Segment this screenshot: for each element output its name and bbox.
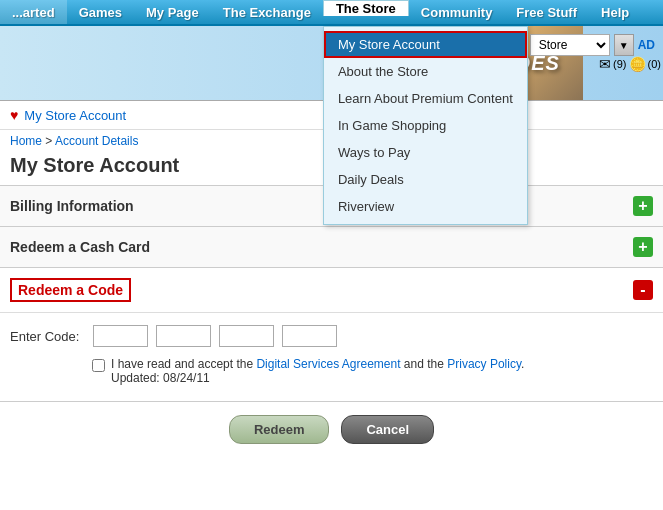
dropdown-riverview[interactable]: Riverview [324, 193, 527, 220]
redeem-code-title: Redeem a Code [10, 278, 131, 302]
code-input-3[interactable] [219, 325, 274, 347]
store-dropdown-menu: My Store Account About the Store Learn A… [323, 26, 528, 225]
nav-freestuff[interactable]: Free Stuff [504, 0, 589, 24]
dropdown-learn-premium[interactable]: Learn About Premium Content [324, 85, 527, 112]
terms-text: I have read and accept the Digital Servi… [111, 357, 524, 385]
terms-text-before: I have read and accept the [111, 357, 256, 371]
digital-services-link[interactable]: Digital Services Agreement [256, 357, 400, 371]
nav-games[interactable]: Games [67, 0, 134, 24]
banner-icons: ✉ (9) 🪙 (0) [599, 56, 661, 72]
coin-icon[interactable]: 🪙 [629, 56, 646, 72]
nav-exchange[interactable]: The Exchange [211, 0, 323, 24]
banner-search-area: Store ▼ AD [530, 34, 663, 56]
coin-count: (0) [648, 58, 661, 70]
terms-text-after: . [521, 357, 524, 371]
nav-store-wrapper: The Store My Store Account About the Sto… [323, 0, 409, 24]
code-input-row: Enter Code: [10, 325, 653, 347]
dropdown-ways-to-pay[interactable]: Ways to Pay [324, 139, 527, 166]
redeem-button[interactable]: Redeem [229, 415, 330, 444]
nav-store[interactable]: The Store [323, 0, 409, 16]
banner-ad-label: AD [638, 38, 655, 52]
billing-title: Billing Information [10, 198, 134, 214]
code-input-1[interactable] [93, 325, 148, 347]
my-store-account-link[interactable]: My Store Account [24, 108, 126, 123]
nav-community[interactable]: Community [409, 0, 505, 24]
redeem-code-toggle[interactable]: - [633, 280, 653, 300]
code-input-2[interactable] [156, 325, 211, 347]
redeem-code-content: Enter Code: I have read and accept the D… [0, 312, 663, 401]
dropdown-my-store-account[interactable]: My Store Account [324, 31, 527, 58]
nav-started[interactable]: ...arted [0, 0, 67, 24]
cash-card-toggle[interactable]: + [633, 237, 653, 257]
banner-search-select[interactable]: Store [530, 34, 610, 56]
billing-toggle[interactable]: + [633, 196, 653, 216]
redeem-code-header[interactable]: Redeem a Code - [0, 268, 663, 312]
cancel-button[interactable]: Cancel [341, 415, 434, 444]
terms-checkbox[interactable] [92, 359, 105, 372]
heart-icon: ♥ [10, 107, 18, 123]
envelope-icon[interactable]: ✉ [599, 56, 611, 72]
updated-text: Updated: 08/24/11 [111, 371, 210, 385]
nav-help[interactable]: Help [589, 0, 641, 24]
redeem-code-section: Redeem a Code - Enter Code: I have read … [0, 267, 663, 402]
dropdown-in-game[interactable]: In Game Shopping [324, 112, 527, 139]
breadcrumb-separator: > [42, 134, 55, 148]
cash-card-section: Redeem a Cash Card + [0, 226, 663, 268]
breadcrumb-current[interactable]: Account Details [55, 134, 138, 148]
banner-search-button[interactable]: ▼ [614, 34, 634, 56]
top-navigation: ...arted Games My Page The Exchange The … [0, 0, 663, 26]
enter-code-label: Enter Code: [10, 329, 85, 344]
privacy-policy-link[interactable]: Privacy Policy [447, 357, 521, 371]
dropdown-about-store[interactable]: About the Store [324, 58, 527, 85]
dropdown-daily-deals[interactable]: Daily Deals [324, 166, 527, 193]
form-buttons: Redeem Cancel [0, 401, 663, 458]
terms-text-mid: and the [401, 357, 448, 371]
terms-checkbox-row: I have read and accept the Digital Servi… [92, 357, 592, 385]
cash-card-header[interactable]: Redeem a Cash Card + [0, 227, 663, 267]
cash-card-title: Redeem a Cash Card [10, 239, 150, 255]
nav-mypage[interactable]: My Page [134, 0, 211, 24]
code-input-4[interactable] [282, 325, 337, 347]
message-count: (9) [613, 58, 626, 70]
breadcrumb-home[interactable]: Home [10, 134, 42, 148]
